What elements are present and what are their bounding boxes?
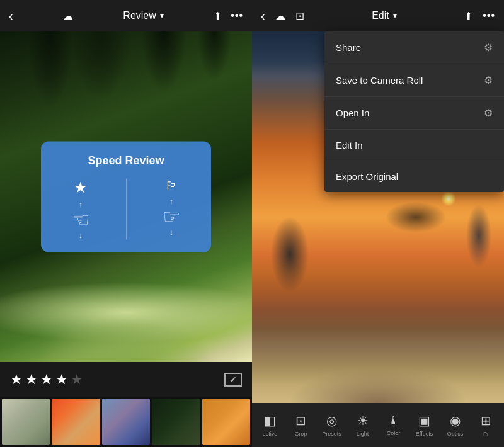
left-title: Review	[123, 10, 156, 21]
thumb-2[interactable]	[52, 399, 100, 445]
menu-item-open-in[interactable]: Open In ⚙	[324, 97, 504, 130]
left-header: ‹ ☁ Review ▾ ⬆ •••	[0, 0, 252, 31]
tool-light[interactable]: ☀ Light	[349, 413, 377, 437]
gear-icon-save[interactable]: ⚙	[484, 74, 493, 86]
flag-icon: 🏳	[165, 178, 178, 193]
menu-item-save[interactable]: Save to Camera Roll ⚙	[324, 64, 504, 97]
right-title-chevron: ▾	[393, 11, 397, 20]
flag-button[interactable]: ✔	[224, 373, 242, 387]
crop-icon: ⊡	[295, 413, 306, 428]
perspective-icon: ◧	[264, 413, 276, 428]
back-button-right[interactable]: ‹	[261, 9, 265, 23]
tool-presets[interactable]: ◎ Presets	[318, 413, 346, 437]
menu-share-label: Share	[336, 42, 361, 53]
share-icon-left[interactable]: ⬆	[214, 10, 222, 22]
menu-item-export[interactable]: Export Original	[324, 161, 504, 192]
thumb-1[interactable]	[2, 399, 50, 445]
effects-icon: ▣	[418, 413, 430, 428]
more-icon-right[interactable]: •••	[483, 10, 495, 21]
left-title-chevron: ▾	[160, 11, 164, 20]
star-2[interactable]: ★	[25, 371, 38, 388]
right-panel: ‹ ☁ ⊡ Edit ▾ ⬆ ••• Share ⚙ Save to Camer…	[252, 0, 504, 447]
star-5[interactable]: ★	[71, 371, 83, 388]
color-icon: 🌡	[388, 414, 399, 427]
speed-review-title: Speed Review	[54, 154, 198, 167]
cloud-icon-right[interactable]: ☁	[275, 10, 285, 22]
light-icon: ☀	[357, 413, 369, 428]
tool-pr[interactable]: ⊞ Pr	[472, 413, 500, 437]
tool-crop[interactable]: ⊡ Crop	[287, 413, 315, 437]
star-icon: ★	[74, 178, 88, 196]
tool-effects[interactable]: ▣ Effects	[411, 413, 438, 437]
gear-icon-share[interactable]: ⚙	[484, 42, 493, 54]
right-header: ‹ ☁ ⊡ Edit ▾ ⬆ •••	[252, 0, 504, 31]
star-4[interactable]: ★	[55, 371, 68, 388]
menu-export-label: Export Original	[336, 171, 398, 182]
share-icon-right[interactable]: ⬆	[464, 10, 472, 22]
speed-review-flag-col: 🏳 ↑ ☞ ↓	[163, 178, 181, 237]
presets-icon: ◎	[326, 413, 337, 428]
bottom-toolbar: ◧ ective ⊡ Crop ◎ Presets ☀ Light 🌡 Colo…	[252, 403, 504, 447]
menu-item-share[interactable]: Share ⚙	[324, 31, 504, 64]
speed-review-rating-col: ★ ↑ ☜ ↓	[72, 178, 90, 240]
left-photo-area: Speed Review ★ ↑ ☜ ↓ 🏳	[0, 31, 252, 362]
thumb-3[interactable]	[102, 399, 150, 445]
thumb-4[interactable]	[152, 399, 200, 445]
pr-icon: ⊞	[481, 413, 491, 428]
thumb-5[interactable]	[202, 399, 250, 445]
bottom-bar-left: ★ ★ ★ ★ ★ ✔	[0, 362, 252, 397]
filmstrip-left[interactable]	[0, 397, 252, 447]
right-title: Edit	[372, 10, 389, 21]
back-button[interactable]: ‹	[9, 9, 13, 23]
stars-row[interactable]: ★ ★ ★ ★ ★	[10, 371, 83, 388]
more-icon-left[interactable]: •••	[231, 10, 243, 21]
tool-optics[interactable]: ◉ Optics	[442, 413, 469, 437]
optics-icon: ◉	[450, 413, 461, 428]
star-3[interactable]: ★	[40, 371, 53, 388]
star-1[interactable]: ★	[10, 371, 23, 388]
sr-divider	[126, 178, 127, 240]
menu-open-in-label: Open In	[336, 108, 369, 118]
speed-review-overlay: Speed Review ★ ↑ ☜ ↓ 🏳	[41, 141, 211, 252]
menu-save-label: Save to Camera Roll	[336, 75, 423, 86]
tool-perspective[interactable]: ◧ ective	[256, 413, 284, 437]
cloud-icon[interactable]: ☁	[63, 10, 73, 22]
center-frame-icon[interactable]: ⊡	[295, 9, 304, 23]
tool-color[interactable]: 🌡 Color	[380, 414, 408, 436]
left-panel: ‹ ☁ Review ▾ ⬆ ••• Speed Review ★ ↑	[0, 0, 252, 447]
dropdown-menu: Share ⚙ Save to Camera Roll ⚙ Open In ⚙ …	[324, 31, 504, 192]
menu-edit-in-label: Edit In	[336, 140, 363, 150]
gear-icon-open-in[interactable]: ⚙	[484, 107, 493, 119]
menu-item-edit-in[interactable]: Edit In	[324, 130, 504, 161]
